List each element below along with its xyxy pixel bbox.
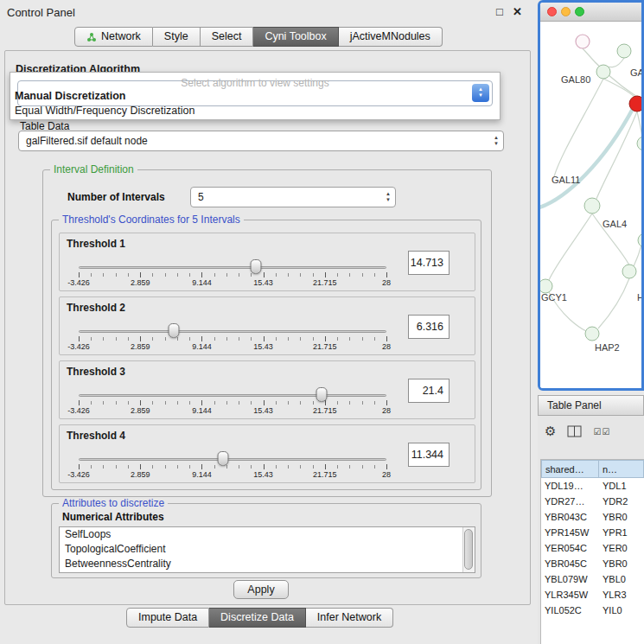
major-tick-icon [386, 272, 387, 277]
threshold-value-field[interactable]: 14.713 [408, 251, 450, 275]
network-node[interactable] [617, 44, 631, 58]
table-cell: YBR045C [541, 556, 599, 571]
threshold-4-slider[interactable]: -3.4262.8599.14415.4321.71528 [79, 450, 386, 482]
zoom-traffic-light[interactable] [575, 7, 584, 16]
network-edge [603, 79, 635, 98]
network-canvas[interactable]: GAL80 GA GAL11 GAL4 GCY1 H HAP2 [540, 22, 641, 388]
threshold-3-box: Threshold 3 -3.4262.8599.14415.4321.7152… [59, 360, 475, 419]
table-data-combobox[interactable]: galFiltered.sif default node ▲▼ [18, 131, 504, 151]
close-traffic-light[interactable] [547, 7, 557, 16]
table-row[interactable]: YER054CYER0 [541, 540, 644, 556]
threshold-label: Threshold 3 [67, 366, 125, 378]
table-row[interactable]: YIL052CYIL0 [541, 603, 644, 618]
major-tick-icon [264, 272, 265, 277]
slider-ticks [79, 337, 386, 341]
table-cell: YER0 [599, 540, 644, 556]
attribute-item[interactable]: TopologicalCoefficient [60, 542, 475, 557]
major-tick-icon [386, 336, 387, 341]
close-icon[interactable]: ✕ [513, 5, 522, 18]
columns-icon[interactable] [567, 425, 582, 437]
minimize-traffic-light[interactable] [561, 7, 571, 16]
column-header[interactable]: shared… [541, 460, 599, 478]
table-cell: YBL079W [541, 571, 599, 587]
menu-item-manual-discretization[interactable]: Manual Discretization [15, 90, 126, 102]
attributes-scrollbar[interactable] [462, 527, 475, 572]
table-data-value: galFiltered.sif default node [26, 131, 148, 150]
interval-definition-group: Interval Definition Number of Intervals … [42, 169, 492, 497]
network-node[interactable] [596, 65, 610, 79]
table-header-row: shared… n… [541, 460, 644, 478]
network-node[interactable] [637, 137, 641, 150]
bottom-tab-bar: Impute Data Discretize Data Infer Networ… [126, 608, 393, 628]
network-view-window[interactable]: GAL80 GA GAL11 GAL4 GCY1 H HAP2 [538, 0, 644, 391]
node-table: shared… n… YDL19…YDL1YDR27…YDR2YBR043CYB… [540, 459, 644, 644]
major-tick-icon [201, 272, 202, 277]
slider-track[interactable] [79, 394, 386, 397]
major-tick-icon [140, 272, 141, 277]
tab-cyni-toolbox[interactable]: Cyni Toolbox [253, 27, 338, 47]
menu-item-equal-width-frequency[interactable]: Equal Width/Frequency Discretization [15, 105, 194, 117]
network-node[interactable] [540, 279, 552, 293]
network-node[interactable] [622, 265, 636, 278]
column-header[interactable]: n… [599, 460, 644, 478]
tab-infer-network[interactable]: Infer Network [306, 608, 393, 628]
table-row[interactable]: YDL19…YDL1 [541, 478, 644, 494]
scale-label: 2.859 [131, 342, 150, 351]
tab-select[interactable]: Select [201, 27, 254, 47]
slider-knob[interactable] [218, 451, 229, 466]
threshold-value-field[interactable]: 21.4 [408, 379, 450, 403]
slider-ticks [79, 401, 386, 405]
combobox-arrows-icon: ▲▼ [494, 135, 499, 147]
tab-impute-data[interactable]: Impute Data [126, 608, 209, 628]
slider-track[interactable] [79, 458, 386, 461]
panel-title: Control Panel [7, 6, 75, 19]
major-tick-icon [386, 400, 387, 405]
tab-label: Network [101, 28, 141, 46]
slider-knob[interactable] [169, 323, 180, 338]
table-cell: YBL0 [599, 571, 644, 587]
slider-track[interactable] [79, 266, 386, 269]
apply-button[interactable]: Apply [233, 580, 289, 599]
gear-icon[interactable]: ⚙ [545, 424, 556, 439]
network-node[interactable] [584, 198, 600, 214]
slider-track[interactable] [79, 330, 386, 333]
table-toolbar: ⚙ ☑☑ [545, 420, 610, 443]
table-row[interactable]: YPR145WYPR1 [541, 525, 644, 540]
attribute-item[interactable]: BetweennessCentrality [60, 557, 475, 571]
threshold-4-box: Threshold 4 -3.4262.8599.14415.4321.7152… [59, 424, 475, 483]
tab-jactivemnodules[interactable]: jActiveMNodules [339, 27, 443, 47]
tab-style[interactable]: Style [153, 27, 201, 47]
screen: { "titlebar": { "title": "Control Panel"… [0, 0, 644, 644]
tab-discretize-data[interactable]: Discretize Data [209, 608, 306, 628]
numerical-attributes-list[interactable]: SelfLoopsTopologicalCoefficientBetweenne… [59, 526, 475, 573]
table-row[interactable]: YLR345WYLR3 [541, 587, 644, 603]
network-node[interactable] [585, 327, 599, 341]
table-row[interactable]: YBR043CYBR0 [541, 509, 644, 525]
threshold-1-box: Threshold 1 -3.4262.8599.14415.4321.7152… [59, 233, 475, 291]
table-row[interactable]: YBL079WYBL0 [541, 571, 644, 587]
network-node-selected[interactable] [629, 96, 641, 112]
tab-network[interactable]: Network [74, 27, 153, 47]
network-window-titlebar[interactable] [540, 3, 641, 22]
number-of-intervals-label: Number of Intervals [67, 191, 165, 203]
number-of-intervals-combobox[interactable]: 5 ▲▼ [190, 187, 396, 207]
float-window-icon[interactable]: □ [496, 5, 503, 18]
scale-label: 9.144 [192, 342, 212, 351]
threshold-value-field[interactable]: 11.344 [408, 443, 450, 467]
attribute-item[interactable]: SelfLoops [60, 527, 475, 542]
threshold-value-field[interactable]: 6.316 [408, 315, 450, 339]
threshold-2-slider[interactable]: -3.4262.8599.14415.4321.71528 [79, 322, 386, 354]
threshold-1-slider[interactable]: -3.4262.8599.14415.4321.71528 [79, 258, 386, 290]
slider-knob[interactable] [251, 259, 262, 274]
scrollbar-thumb[interactable] [464, 529, 473, 570]
major-tick-icon [79, 464, 80, 469]
network-node[interactable] [638, 233, 641, 247]
table-row[interactable]: YDR27…YDR2 [541, 494, 644, 509]
select-rows-icon[interactable]: ☑☑ [593, 427, 610, 437]
network-node-label: GCY1 [541, 292, 567, 303]
network-edge [598, 278, 629, 328]
threshold-3-slider[interactable]: -3.4262.8599.14415.4321.71528 [79, 386, 386, 418]
table-row[interactable]: YBR045CYBR0 [541, 556, 644, 571]
slider-knob[interactable] [316, 387, 328, 402]
network-node[interactable] [576, 35, 590, 48]
